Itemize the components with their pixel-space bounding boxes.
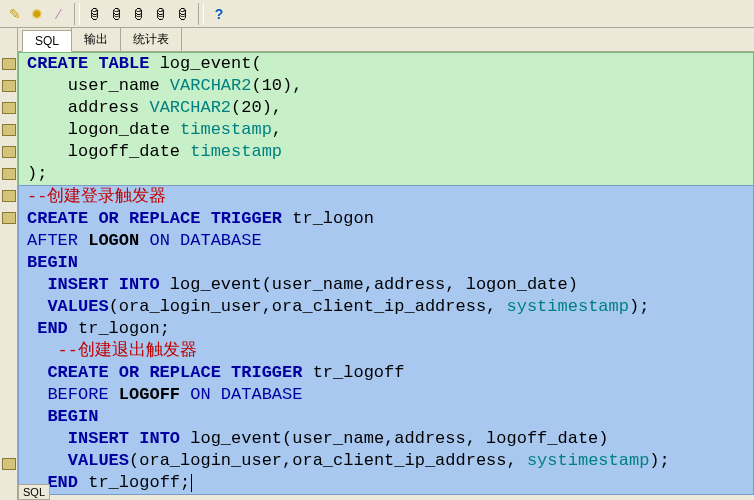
content-area: SQL 输出 统计表 CREATE TABLE log_event( user_…: [18, 28, 754, 500]
folder-icon[interactable]: [2, 58, 16, 70]
folder-icon[interactable]: [2, 168, 16, 180]
db2-icon[interactable]: 🛢: [108, 5, 126, 23]
sql-badge: SQL: [18, 484, 50, 500]
code-block-1: CREATE TABLE log_event( user_name VARCHA…: [18, 52, 754, 186]
code-block-2: --创建登录触发器 CREATE OR REPLACE TRIGGER tr_l…: [18, 185, 754, 495]
main-area: SQL 输出 统计表 CREATE TABLE log_event( user_…: [0, 28, 754, 500]
sql-editor[interactable]: CREATE TABLE log_event( user_name VARCHA…: [18, 52, 754, 500]
separator-icon: [74, 3, 80, 25]
toolbar: ✎ ✹ ⁄ 🛢 🛢 🛢 🛢 🛢 ?: [0, 0, 754, 28]
app-window: ✎ ✹ ⁄ 🛢 🛢 🛢 🛢 🛢 ? SQL 输出 统计表: [0, 0, 754, 500]
text-cursor: [191, 474, 192, 492]
folder-icon[interactable]: [2, 190, 16, 202]
tab-bar: SQL 输出 统计表: [18, 28, 754, 52]
pencil-icon[interactable]: ✎: [6, 5, 24, 23]
folder-icon[interactable]: [2, 102, 16, 114]
folder-icon[interactable]: [2, 124, 16, 136]
tab-stats[interactable]: 统计表: [120, 27, 182, 51]
db1-icon[interactable]: 🛢: [86, 5, 104, 23]
brush-icon[interactable]: ⁄: [50, 5, 68, 23]
folder-icon[interactable]: [2, 80, 16, 92]
bug-icon[interactable]: ✹: [28, 5, 46, 23]
separator-icon: [198, 3, 204, 25]
db4-icon[interactable]: 🛢: [152, 5, 170, 23]
left-gutter: [0, 28, 18, 500]
db5-icon[interactable]: 🛢: [174, 5, 192, 23]
folder-icon[interactable]: [2, 212, 16, 224]
tab-output[interactable]: 输出: [71, 27, 121, 51]
help-icon[interactable]: ?: [210, 5, 228, 23]
folder-icon[interactable]: [2, 458, 16, 470]
tab-sql[interactable]: SQL: [22, 30, 72, 52]
db3-icon[interactable]: 🛢: [130, 5, 148, 23]
folder-icon[interactable]: [2, 146, 16, 158]
